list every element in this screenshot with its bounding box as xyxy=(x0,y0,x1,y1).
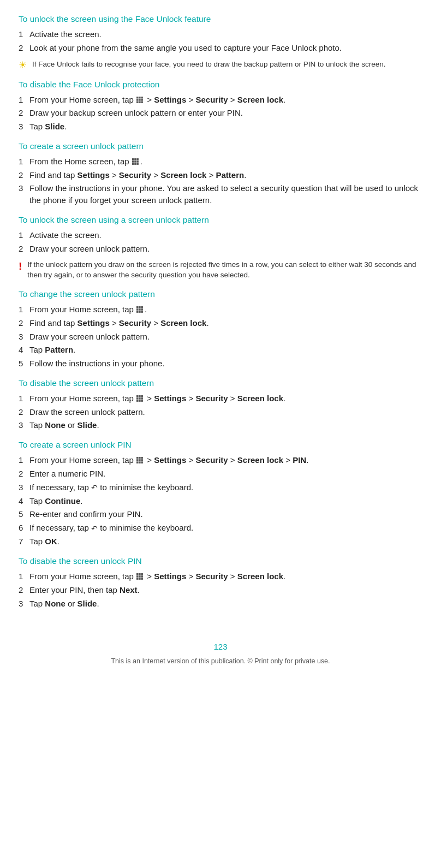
list-item: 1 From your Home screen, tap > Settings … xyxy=(19,94,422,106)
section-pattern-create: To create a screen unlock pattern 1 From… xyxy=(19,141,422,206)
tip-note: ☀ If Face Unlock fails to recognise your… xyxy=(19,60,422,71)
grid-icon xyxy=(132,158,140,166)
list-item: 3 Tap Slide. xyxy=(19,121,422,133)
undo-icon-2: ↶ xyxy=(91,523,98,534)
list-item: 2 Look at your phone from the same angle… xyxy=(19,42,422,54)
section-title-pattern-disable: To disable the screen unlock pattern xyxy=(19,378,422,388)
grid-icon xyxy=(136,97,144,104)
section-title-pin-disable: To disable the screen unlock PIN xyxy=(19,556,422,566)
section-pattern-change: To change the screen unlock pattern 1 Fr… xyxy=(19,289,422,370)
list-item: 2 Enter a numeric PIN. xyxy=(19,468,422,480)
list-item: 1 From your Home screen, tap > Settings … xyxy=(19,570,422,582)
footer-text: This is an Internet version of this publ… xyxy=(111,657,330,665)
list-item: 3 If necessary, tap ↶ to minimise the ke… xyxy=(19,481,422,494)
page-number: 123 xyxy=(19,642,422,651)
list-item: 3 Tap None or Slide. xyxy=(19,419,422,431)
section-pin-create: To create a screen unlock PIN 1 From you… xyxy=(19,440,422,548)
section-title-pattern-create: To create a screen unlock pattern xyxy=(19,141,422,151)
section-title-face-unlock-disable: To disable the Face Unlock protection xyxy=(19,80,422,90)
list-item: 7 Tap OK. xyxy=(19,536,422,548)
section-title-pattern-unlock: To unlock the screen using a screen unlo… xyxy=(19,215,422,225)
section-title-pattern-change: To change the screen unlock pattern xyxy=(19,289,422,299)
list-item: 5 Follow the instructions in your phone. xyxy=(19,358,422,370)
list-item: 1 From your Home screen, tap > Settings … xyxy=(19,454,422,466)
list-item: 1 From your Home screen, tap > Settings … xyxy=(19,393,422,405)
grid-icon xyxy=(136,306,144,314)
section-pattern-unlock: To unlock the screen using a screen unlo… xyxy=(19,215,422,281)
list-item: 3 Tap None or Slide. xyxy=(19,598,422,610)
page-footer: 123 This is an Internet version of this … xyxy=(19,642,422,670)
warning-note: ! If the unlock pattern you draw on the … xyxy=(19,260,422,281)
list-item: 4 Tap Pattern. xyxy=(19,344,422,356)
list-item: 1 From your Home screen, tap . xyxy=(19,304,422,316)
list-item: 2 Enter your PIN, then tap Next. xyxy=(19,584,422,596)
list-item: 1 From the Home screen, tap . xyxy=(19,156,422,168)
list-item: 5 Re-enter and confirm your PIN. xyxy=(19,508,422,520)
section-title-face-unlock-use: To unlock the screen using the Face Unlo… xyxy=(19,14,422,24)
list-item: 2 Draw your screen unlock pattern. xyxy=(19,243,422,255)
list-item: 2 Find and tap Settings > Security > Scr… xyxy=(19,169,422,181)
list-item: 1 Activate the screen. xyxy=(19,28,422,40)
list-item: 6 If necessary, tap ↶ to minimise the ke… xyxy=(19,522,422,534)
section-face-unlock-use: To unlock the screen using the Face Unlo… xyxy=(19,14,422,71)
page-content: To unlock the screen using the Face Unlo… xyxy=(19,14,422,670)
list-item: 2 Find and tap Settings > Security > Scr… xyxy=(19,317,422,329)
grid-icon xyxy=(136,573,144,581)
tip-icon: ☀ xyxy=(19,60,27,71)
list-item: 3 Draw your screen unlock pattern. xyxy=(19,331,422,343)
grid-icon xyxy=(136,457,144,465)
section-face-unlock-disable: To disable the Face Unlock protection 1 … xyxy=(19,80,422,133)
section-pin-disable: To disable the screen unlock PIN 1 From … xyxy=(19,556,422,609)
grid-icon xyxy=(136,395,144,403)
undo-icon: ↶ xyxy=(91,482,98,493)
section-title-pin-create: To create a screen unlock PIN xyxy=(19,440,422,450)
list-item: 3 Follow the instructions in your phone.… xyxy=(19,182,422,206)
list-item: 2 Draw the screen unlock pattern. xyxy=(19,406,422,418)
warning-icon: ! xyxy=(19,260,22,272)
list-item: 4 Tap Continue. xyxy=(19,495,422,507)
list-item: 2 Draw your backup screen unlock pattern… xyxy=(19,107,422,119)
section-pattern-disable: To disable the screen unlock pattern 1 F… xyxy=(19,378,422,431)
list-item: 1 Activate the screen. xyxy=(19,229,422,241)
